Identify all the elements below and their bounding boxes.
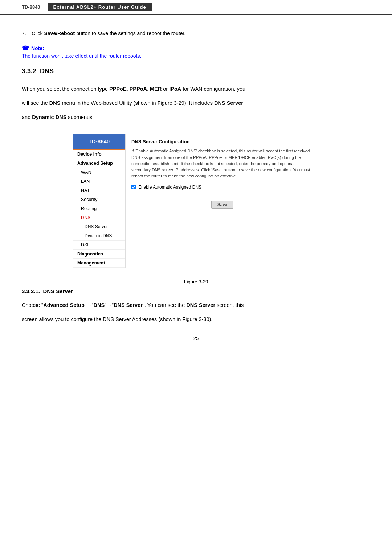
body2-para2: screen allows you to configure the DNS S…: [22, 314, 370, 325]
body2-para1: Choose "Advanced Setup"→"DNS"→"DNS Serve…: [22, 300, 370, 311]
header-title: External ADSL2+ Router User Guide: [48, 3, 152, 11]
note-label: ☎ Note:: [22, 45, 370, 52]
sidebar-logo: TD-8840: [73, 134, 125, 150]
sidebar-item-diagnostics[interactable]: Diagnostics: [73, 250, 125, 259]
section-title: DNS: [40, 67, 54, 75]
page-header: TD-8840 External ADSL2+ Router User Guid…: [0, 0, 392, 15]
checkbox-row: Enable Automatic Assigned DNS: [131, 185, 313, 190]
section-heading: 3.3.2 DNS: [22, 67, 370, 75]
sidebar-item-nat[interactable]: NAT: [73, 186, 125, 195]
figure-container: TD-8840 Device Info Advanced Setup WAN L…: [73, 134, 319, 268]
router-ui: TD-8840 Device Info Advanced Setup WAN L…: [73, 134, 319, 268]
sub-section-id: 3.3.2.1.: [22, 288, 40, 294]
auto-dns-checkbox[interactable]: [131, 185, 136, 189]
sidebar-item-wan[interactable]: WAN: [73, 168, 125, 177]
sub-section-heading: 3.3.2.1. DNS Server: [22, 288, 370, 294]
note-text: The function won't take effect until the…: [22, 53, 370, 59]
body-para1: When you select the connection type PPPo…: [22, 84, 370, 94]
body-para2: will see the DNS menu in the Web-based U…: [22, 98, 370, 108]
panel-desc: If 'Enable Automatic Assigned DNS' check…: [131, 148, 313, 179]
step7-pre: Click: [32, 30, 44, 36]
body-para3: and Dynamic DNS submenus.: [22, 112, 370, 123]
page-content: 7. Click Save/Reboot button to save the …: [0, 26, 392, 356]
save-area: Save: [131, 201, 313, 209]
sidebar: TD-8840 Device Info Advanced Setup WAN L…: [73, 134, 126, 268]
sidebar-item-lan[interactable]: LAN: [73, 177, 125, 186]
figure-caption: Figure 3-29: [22, 279, 370, 284]
note-title: Note:: [31, 45, 44, 51]
note-section: ☎ Note: The function won't take effect u…: [22, 45, 370, 59]
step7-number: 7.: [22, 30, 26, 36]
step7-bold: Save/Reboot: [44, 30, 75, 36]
save-button[interactable]: Save: [211, 201, 233, 209]
step7-text: 7. Click Save/Reboot button to save the …: [22, 29, 370, 37]
checkbox-label: Enable Automatic Assigned DNS: [138, 185, 201, 190]
step7-rest: button to save the settings and reboot t…: [75, 30, 185, 36]
page-number: 25: [22, 336, 370, 341]
sub-section-title: DNS Server: [43, 288, 73, 294]
sidebar-item-dns-server[interactable]: DNS Server: [73, 222, 125, 231]
section-id: 3.3.2: [22, 67, 36, 75]
panel-title: DNS Server Configuration: [131, 139, 313, 144]
sidebar-item-management[interactable]: Management: [73, 259, 125, 268]
sidebar-item-device-info[interactable]: Device Info: [73, 150, 125, 159]
phone-icon: ☎: [22, 45, 29, 52]
sidebar-item-advanced-setup[interactable]: Advanced Setup: [73, 159, 125, 168]
sidebar-item-dsl[interactable]: DSL: [73, 241, 125, 250]
main-panel: DNS Server Configuration If 'Enable Auto…: [126, 134, 319, 268]
sidebar-item-security[interactable]: Security: [73, 195, 125, 204]
sidebar-item-routing[interactable]: Routing: [73, 204, 125, 213]
sidebar-item-dynamic-dns[interactable]: Dynamic DNS: [73, 231, 125, 241]
sidebar-item-dns[interactable]: DNS: [73, 213, 125, 222]
header-model: TD-8840: [22, 4, 40, 10]
